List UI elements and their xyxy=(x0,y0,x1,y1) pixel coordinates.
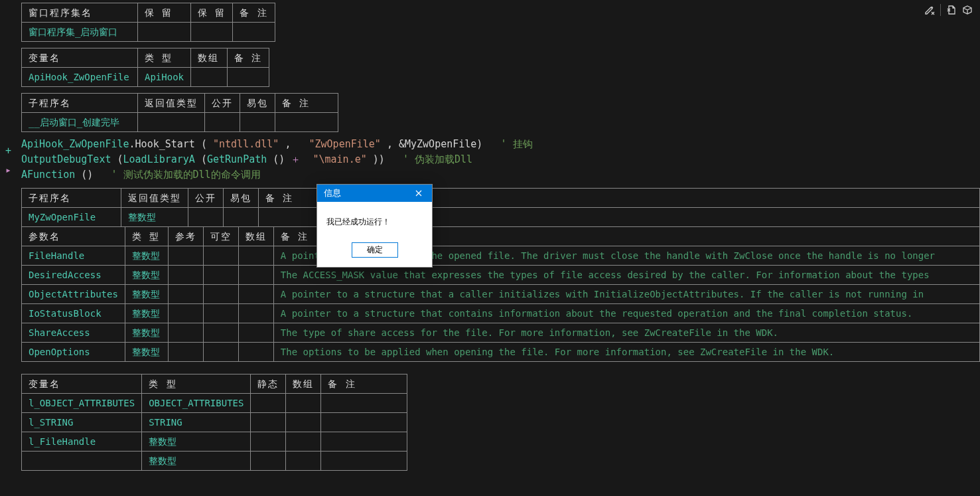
c2-p2: ( xyxy=(201,153,207,165)
sub1-h5: 备 注 xyxy=(275,94,338,113)
c3-fn: AFunction xyxy=(21,169,75,181)
sub2-row[interactable]: MyZwOpenFile 整数型 xyxy=(22,208,980,227)
locals-row-3[interactable]: l_FileHandle 整数型 xyxy=(22,432,407,452)
sub2-h4: 易包 xyxy=(224,189,259,208)
code-line-3[interactable]: AFunction () ' 测试伪装加载的Dll的命令调用 xyxy=(21,169,980,181)
param-row[interactable]: DesiredAccess整数型The ACCESS_MASK value th… xyxy=(22,266,980,285)
c1-comment: ' 挂钩 xyxy=(501,138,533,150)
sub2-name: MyZwOpenFile xyxy=(22,208,121,227)
var1-h2: 类 型 xyxy=(138,48,191,68)
winset-h1: 窗口程序集名 xyxy=(22,3,138,23)
c2-p4: )) xyxy=(373,153,385,165)
locals-h1: 变量名 xyxy=(22,374,142,394)
locals-r3-name: l_FileHandle xyxy=(22,432,142,452)
c1-paren: ( xyxy=(201,138,207,150)
sub2-h3: 公开 xyxy=(188,189,224,208)
c2-fn3: GetRunPath xyxy=(207,153,267,165)
locals-r3-type: 整数型 xyxy=(142,432,251,452)
param-desc: A pointer to a structure that contains i… xyxy=(273,304,979,323)
c2-plus: ＋ xyxy=(291,153,301,165)
param-desc: The options to be applied when opening t… xyxy=(273,343,979,362)
var1-h4: 备 注 xyxy=(228,48,269,68)
c2-fn1: OutputDebugText xyxy=(21,153,111,165)
winset-h4: 备 注 xyxy=(233,3,275,23)
info-dialog: 信息 我已经成功运行！ 确定 xyxy=(316,184,433,268)
sub1-table: 子程序名 返回值类型 公开 易包 备 注 __启动窗口_创建完毕 xyxy=(21,93,338,132)
c1-comma1: , xyxy=(285,138,291,150)
locals-h4: 数组 xyxy=(286,374,321,394)
param-type: 整数型 xyxy=(125,323,168,343)
c2-p3: () xyxy=(273,153,285,165)
sub2-table: 子程序名 返回值类型 公开 易包 备 注 MyZwOpenFile 整数型 xyxy=(21,188,980,227)
locals-r1-type: OBJECT_ATTRIBUTES xyxy=(142,394,251,413)
dialog-ok-button[interactable]: 确定 xyxy=(352,242,398,258)
c1-str2: "ZwOpenFile" xyxy=(309,138,381,150)
locals-r4-name xyxy=(22,452,142,471)
winset-row[interactable]: 窗口程序集_启动窗口 xyxy=(22,23,275,42)
param-name: ObjectAttributes xyxy=(22,285,125,304)
param-name: DesiredAccess xyxy=(22,266,125,285)
locals-h3: 静态 xyxy=(251,374,286,394)
param-row[interactable]: FileHandle整数型A pointer to a handle for t… xyxy=(22,246,980,266)
sub2-type: 整数型 xyxy=(121,208,188,227)
sub2-h1: 子程序名 xyxy=(22,189,121,208)
c1-str1: "ntdll.dll" xyxy=(213,138,279,150)
param-type: 整数型 xyxy=(125,304,168,323)
locals-row-1[interactable]: l_OBJECT_ATTRIBUTES OBJECT_ATTRIBUTES xyxy=(22,394,407,413)
param-name: ShareAccess xyxy=(22,323,125,343)
var1-type: ApiHook xyxy=(138,68,191,87)
dialog-title-text: 信息 xyxy=(324,187,341,199)
dialog-body: 我已经成功运行！ xyxy=(317,202,432,237)
var1-h1: 变量名 xyxy=(22,48,138,68)
locals-h2: 类 型 xyxy=(142,374,251,394)
sub2-h2: 返回值类型 xyxy=(121,189,188,208)
c1-method: .Hook_Start xyxy=(129,138,195,150)
c2-fn2: LoadLibraryA xyxy=(123,153,195,165)
winset-h3: 保 留 xyxy=(191,3,233,23)
params-h4: 可空 xyxy=(203,227,238,246)
dialog-titlebar[interactable]: 信息 xyxy=(317,185,432,202)
var1-row[interactable]: ApiHook_ZwOpenFile ApiHook xyxy=(22,68,269,87)
params-h5: 数组 xyxy=(238,227,273,246)
sub1-h1: 子程序名 xyxy=(22,94,138,113)
code-line-2[interactable]: OutputDebugText (LoadLibraryA (GetRunPat… xyxy=(21,153,980,166)
param-desc: A pointer to a structure that a caller i… xyxy=(273,285,979,304)
locals-table: 变量名 类 型 静态 数组 备 注 l_OBJECT_ATTRIBUTES OB… xyxy=(21,374,407,471)
code-line-1[interactable]: ApiHook_ZwOpenFile.Hook_Start ( "ntdll.d… xyxy=(21,138,980,151)
param-name: IoStatusBlock xyxy=(22,304,125,323)
sub1-h2: 返回值类型 xyxy=(138,94,205,113)
locals-row-4[interactable]: 整数型 xyxy=(22,452,407,471)
locals-r2-type: STRING xyxy=(142,413,251,432)
params-h2: 类 型 xyxy=(125,227,168,246)
c1-obj: ApiHook_ZwOpenFile xyxy=(21,138,129,150)
param-desc: The ACCESS_MASK value that expresses the… xyxy=(273,266,979,285)
params-h3: 参考 xyxy=(168,227,203,246)
dialog-footer: 确定 xyxy=(317,237,432,267)
winset-name: 窗口程序集_启动窗口 xyxy=(22,23,138,42)
sub1-row[interactable]: __启动窗口_创建完毕 xyxy=(22,113,338,132)
dialog-close-button[interactable] xyxy=(405,185,432,202)
c1-rest: , &MyZwOpenFile) xyxy=(387,138,483,150)
close-icon xyxy=(415,190,422,197)
param-type: 整数型 xyxy=(125,343,168,362)
param-type: 整数型 xyxy=(125,246,168,266)
param-row[interactable]: OpenOptions整数型The options to be applied … xyxy=(22,343,980,362)
sub1-name: __启动窗口_创建完毕 xyxy=(22,113,138,132)
param-name: OpenOptions xyxy=(22,343,125,362)
sub1-h3: 公开 xyxy=(205,94,240,113)
param-row[interactable]: ShareAccess整数型The type of share access f… xyxy=(22,323,980,343)
locals-r1-name: l_OBJECT_ATTRIBUTES xyxy=(22,394,142,413)
param-row[interactable]: ObjectAttributes整数型A pointer to a struct… xyxy=(22,285,980,304)
params-h1: 参数名 xyxy=(22,227,125,246)
c3-comment: ' 测试伪装加载的Dll的命令调用 xyxy=(111,169,260,181)
var1-h3: 数组 xyxy=(191,48,228,68)
gutter-play: ▸ xyxy=(5,164,11,176)
locals-h5: 备 注 xyxy=(321,374,407,394)
c2-comment: ' 伪装加载Dll xyxy=(403,153,472,165)
param-row[interactable]: IoStatusBlock整数型A pointer to a structure… xyxy=(22,304,980,323)
var1-table: 变量名 类 型 数组 备 注 ApiHook_ZwOpenFile ApiHoo… xyxy=(21,48,269,87)
c3-paren: () xyxy=(81,169,93,181)
locals-row-2[interactable]: l_STRING STRING xyxy=(22,413,407,432)
sub1-h4: 易包 xyxy=(240,94,275,113)
param-desc: The type of share access for the file. F… xyxy=(273,323,979,343)
